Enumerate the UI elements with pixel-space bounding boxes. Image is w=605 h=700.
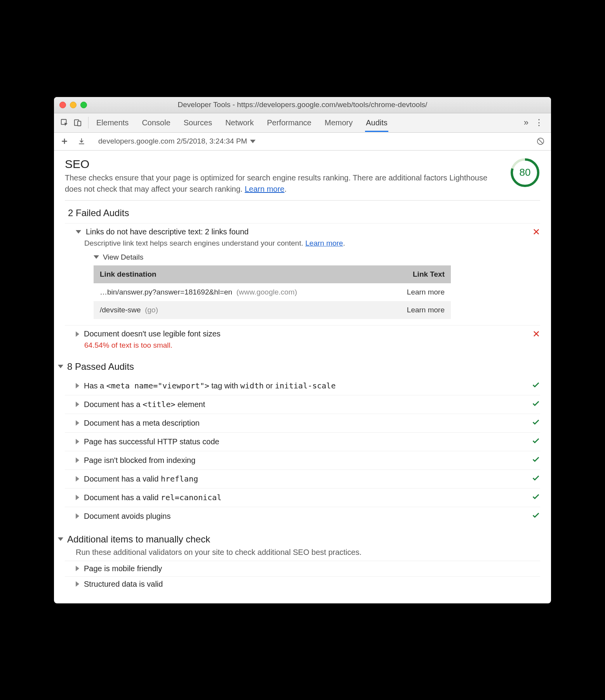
tab-network[interactable]: Network <box>224 114 254 132</box>
learn-more-link[interactable]: Learn more <box>245 185 284 193</box>
passed-list: Has a <meta name="viewport"> tag with wi… <box>65 377 540 525</box>
audit-title: Document avoids plugins <box>84 512 527 521</box>
audit-row[interactable]: Document avoids plugins <box>76 511 540 522</box>
passed-audit: Document has a valid hreflang <box>65 470 540 488</box>
category-title: SEO <box>65 158 502 171</box>
audit-details: View Details Link destination Link Text … <box>76 253 540 319</box>
audit-title: Page has successful HTTP status code <box>84 437 527 446</box>
view-details-label: View Details <box>103 253 143 262</box>
tab-sources[interactable]: Sources <box>183 114 213 132</box>
check-icon <box>532 474 540 484</box>
audit-title: Document has a <title> element <box>84 400 527 409</box>
passed-audit: Page has successful HTTP status code <box>65 432 540 451</box>
check-icon <box>532 418 540 428</box>
manual-heading-label: Additional items to manually check <box>67 534 210 545</box>
dropdown-icon <box>250 140 256 143</box>
manual-desc: Run these additional validators on your … <box>76 548 540 557</box>
chevron-down-icon <box>94 255 99 259</box>
chevron-right-icon <box>76 566 79 571</box>
kebab-menu-icon[interactable]: ⋮ <box>531 118 547 128</box>
check-icon <box>532 455 540 466</box>
audit-title: Document has a valid rel=canonical <box>84 493 527 502</box>
chevron-right-icon <box>76 331 79 337</box>
failed-heading-label: 2 Failed Audits <box>68 208 129 218</box>
audit-row[interactable]: Document has a valid rel=canonical <box>76 492 540 503</box>
report-selector[interactable]: developers.google.com 2/5/2018, 3:24:34 … <box>98 137 529 146</box>
audit-row[interactable]: Has a <meta name="viewport"> tag with wi… <box>76 381 540 391</box>
audit-row[interactable]: Page is mobile friendly <box>76 564 540 573</box>
audit-title: Has a <meta name="viewport"> tag with wi… <box>84 381 527 390</box>
audit-row[interactable]: Page isn't blocked from indexing <box>76 455 540 466</box>
traffic-lights <box>59 102 87 108</box>
manual-heading[interactable]: Additional items to manually check <box>68 534 540 545</box>
svg-rect-2 <box>78 121 81 126</box>
check-icon <box>532 399 540 410</box>
seo-header: SEO These checks ensure that your page i… <box>65 158 540 201</box>
col-text: Link Text <box>382 265 451 283</box>
col-dest: Link destination <box>94 265 382 283</box>
chevron-right-icon <box>76 476 79 482</box>
close-window-icon[interactable] <box>59 102 66 108</box>
chevron-down-icon <box>58 365 63 368</box>
audit-row[interactable]: Structured data is valid <box>76 580 540 589</box>
passed-heading[interactable]: 8 Passed Audits <box>68 361 540 372</box>
audit-title: Links do not have descriptive text: 2 li… <box>86 227 528 236</box>
audit-row[interactable]: Document has a <title> element <box>76 399 540 410</box>
row-dest: /devsite-swe <box>100 306 141 314</box>
learn-more-link[interactable]: Learn more <box>305 239 343 247</box>
audit-subtext: Descriptive link text helps search engin… <box>76 237 540 248</box>
category-desc: These checks ensure that your page is op… <box>65 172 502 195</box>
check-icon <box>532 381 540 391</box>
tab-performance[interactable]: Performance <box>266 114 313 132</box>
view-details-toggle[interactable]: View Details <box>94 253 540 262</box>
chevron-down-icon <box>58 537 63 541</box>
audit-title: Structured data is valid <box>84 580 540 589</box>
tabs-list: Elements Console Sources Network Perform… <box>92 114 522 132</box>
passed-audit: Document has a meta description <box>65 414 540 432</box>
new-audit-icon[interactable] <box>59 137 70 145</box>
chevron-down-icon <box>76 230 81 234</box>
tab-elements[interactable]: Elements <box>96 114 129 132</box>
devtools-window: Developer Tools - https://developers.goo… <box>54 97 551 603</box>
chevron-right-icon <box>76 513 79 519</box>
check-icon <box>532 511 540 522</box>
passed-audit: Document has a valid rel=canonical <box>65 488 540 507</box>
tabs-overflow-icon[interactable]: » <box>522 118 531 128</box>
tab-audits[interactable]: Audits <box>365 114 388 132</box>
tab-console[interactable]: Console <box>141 114 171 132</box>
devtools-tabbar: Elements Console Sources Network Perform… <box>54 113 551 133</box>
audit-row[interactable]: Links do not have descriptive text: 2 li… <box>76 227 540 237</box>
failed-heading[interactable]: 2 Failed Audits <box>68 208 540 218</box>
tab-memory[interactable]: Memory <box>324 114 353 132</box>
check-icon <box>532 437 540 447</box>
zoom-window-icon[interactable] <box>80 102 87 108</box>
download-icon[interactable] <box>76 137 87 145</box>
report-label: developers.google.com 2/5/2018, 3:24:34 … <box>98 137 247 146</box>
inspect-icon[interactable] <box>58 116 71 129</box>
chevron-right-icon <box>76 495 79 500</box>
window-title: Developer Tools - https://developers.goo… <box>54 100 551 109</box>
manual-audit: Page is mobile friendly <box>65 561 540 576</box>
audit-row[interactable]: Document has a valid hreflang <box>76 474 540 484</box>
audit-row[interactable]: Page has successful HTTP status code <box>76 437 540 447</box>
minimize-window-icon[interactable] <box>70 102 76 108</box>
passed-audit: Document has a <title> element <box>65 395 540 414</box>
audit-title: Document has a valid hreflang <box>84 474 527 483</box>
check-icon <box>532 492 540 503</box>
score-value: 80 <box>510 158 540 188</box>
titlebar: Developer Tools - https://developers.goo… <box>54 97 551 113</box>
row-text: Learn more <box>382 283 451 301</box>
chevron-right-icon <box>76 439 79 444</box>
chevron-right-icon <box>76 402 79 407</box>
table-row: /devsite-swe (go) Learn more <box>94 301 451 319</box>
chevron-right-icon <box>76 420 79 426</box>
audit-row[interactable]: Document has a meta description <box>76 418 540 428</box>
clear-icon[interactable] <box>535 137 546 146</box>
device-toggle-icon[interactable] <box>71 116 84 129</box>
table-row: …bin/answer.py?answer=181692&hl=en (www.… <box>94 283 451 301</box>
failed-audit-1: Links do not have descriptive text: 2 li… <box>65 223 540 325</box>
separator <box>88 117 89 128</box>
failed-audit-2: Document doesn't use legible font sizes … <box>65 325 540 353</box>
audit-note: 64.54% of text is too small. <box>76 340 540 350</box>
audit-row[interactable]: Document doesn't use legible font sizes … <box>76 329 540 340</box>
